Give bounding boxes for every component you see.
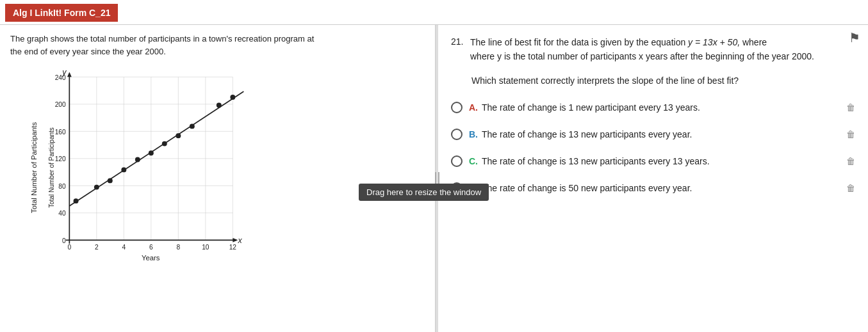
top-bar: Alg I LinkIt! Form C_21	[0, 0, 868, 25]
choice-text-b: The rate of change is 13 new participant…	[482, 129, 840, 139]
trash-d[interactable]: 🗑	[846, 183, 855, 193]
data-point	[74, 198, 79, 203]
flag-button[interactable]: ⚑	[849, 30, 860, 45]
question-number: 21.	[451, 36, 470, 47]
right-panel: ⚑ 21. The line of best fit for the data …	[438, 25, 868, 332]
answer-choice-a: A. The rate of change is 1 new participa…	[451, 98, 855, 117]
answer-choice-b: B. The rate of change is 13 new particip…	[451, 125, 855, 144]
graph-area: Total Number of Participants	[29, 65, 247, 270]
data-point	[94, 185, 99, 190]
answer-choices: A. The rate of change is 1 new participa…	[451, 98, 855, 198]
answer-choice-d: D. The rate of change is 50 new particip…	[451, 178, 855, 198]
problem-text-line1: The graph shows the total number of part…	[10, 34, 314, 43]
y-axis-arrow	[67, 72, 72, 77]
svg-text:8: 8	[176, 244, 180, 251]
graph-svg: Total Number of Participants	[29, 65, 247, 270]
trash-b[interactable]: 🗑	[846, 129, 855, 139]
choice-letter-c: C.	[469, 156, 478, 166]
radio-b[interactable]	[451, 129, 463, 140]
radio-a[interactable]	[451, 102, 463, 113]
data-point	[230, 95, 235, 100]
x-label: x	[238, 236, 243, 245]
svg-text:0: 0	[67, 244, 71, 251]
svg-text:200: 200	[55, 101, 66, 108]
choice-text-d: The rate of change is 50 new participant…	[482, 183, 840, 193]
data-point	[217, 103, 222, 108]
question-text: The line of best fit for the data is giv…	[470, 37, 685, 47]
svg-text:120: 120	[55, 155, 66, 162]
trash-c[interactable]: 🗑	[846, 156, 855, 166]
choice-letter-b: B.	[469, 129, 478, 139]
x-axis-arrow	[233, 238, 238, 242]
problem-text-line2: the end of every year since the year 200…	[10, 47, 166, 56]
problem-description: The graph shows the total number of part…	[10, 33, 425, 58]
data-point	[149, 150, 154, 155]
svg-text:240: 240	[55, 74, 66, 81]
x-axis-label: Years	[142, 254, 160, 262]
svg-text:80: 80	[58, 183, 66, 190]
data-point	[135, 157, 140, 162]
question-header: 21. The line of best fit for the data is…	[451, 35, 855, 64]
svg-text:0: 0	[62, 237, 66, 244]
question-prompt: Which statement correctly interprets the…	[471, 74, 855, 88]
main-content: The graph shows the total number of part…	[0, 25, 868, 332]
radio-c[interactable]	[451, 155, 463, 167]
app-title: Alg I LinkIt! Form C_21	[5, 4, 118, 22]
svg-text:10: 10	[202, 244, 209, 251]
data-point	[121, 167, 126, 172]
svg-text:40: 40	[58, 210, 66, 217]
trash-a[interactable]: 🗑	[846, 102, 855, 113]
svg-text:2: 2	[95, 244, 99, 251]
y-axis-label: Total Number of Participants	[30, 122, 38, 214]
svg-text:4: 4	[122, 244, 126, 251]
data-point	[108, 178, 113, 183]
equation: y = 13x + 50,	[688, 37, 740, 47]
answer-choice-c: C. The rate of change is 13 new particip…	[451, 152, 855, 171]
data-point	[176, 133, 181, 138]
left-panel: The graph shows the total number of part…	[0, 25, 436, 332]
choice-text-a: The rate of change is 1 new participant …	[482, 102, 840, 113]
choice-letter-a: A.	[469, 102, 478, 113]
handle-bar-1	[435, 172, 436, 185]
drag-tooltip: Drag here to resize the window	[359, 184, 489, 201]
y-axis-text-label: Total Number of Participants	[48, 127, 55, 208]
question-body: The line of best fit for the data is giv…	[470, 35, 814, 64]
choice-text-c: The rate of change is 13 new participant…	[482, 156, 840, 166]
svg-text:6: 6	[149, 244, 153, 251]
data-point	[162, 141, 167, 146]
data-point	[190, 123, 195, 129]
svg-text:12: 12	[229, 244, 237, 251]
svg-text:160: 160	[55, 129, 66, 136]
